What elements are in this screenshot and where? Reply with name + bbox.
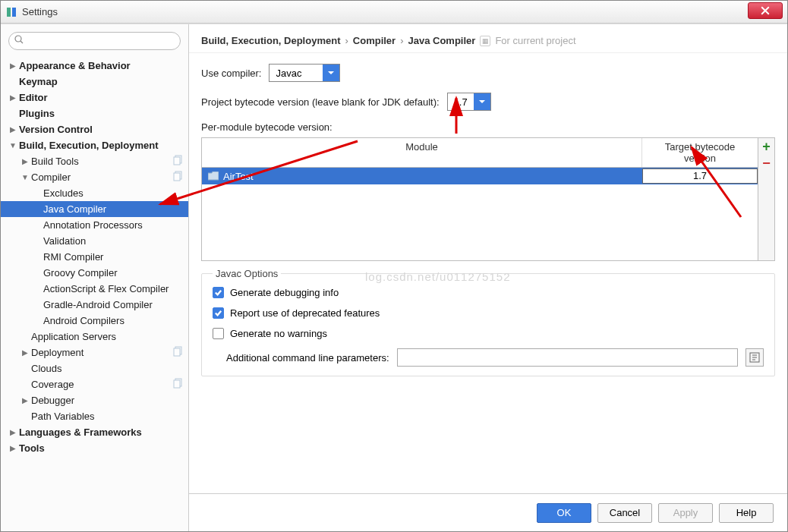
- sidebar-item-android-compilers[interactable]: Android Compilers: [1, 313, 188, 329]
- sidebar-item-actionscript-flex-compiler[interactable]: ActionScript & Flex Compiler: [1, 281, 188, 297]
- add-row-button[interactable]: +: [758, 138, 774, 155]
- sidebar-item-plugins[interactable]: Plugins: [1, 105, 188, 121]
- sidebar-item-version-control[interactable]: ▶Version Control: [1, 121, 188, 137]
- crumb-compiler[interactable]: Compiler: [353, 35, 396, 46]
- app-icon: [5, 6, 17, 18]
- sidebar-item-editor[interactable]: ▶Editor: [1, 90, 188, 105]
- project-scope-icon: ▦: [480, 36, 490, 46]
- label-deprecated: Report use of deprecated features: [230, 307, 380, 319]
- crumb-java-compiler[interactable]: Java Compiler: [408, 35, 476, 46]
- cancel-button[interactable]: Cancel: [597, 503, 652, 523]
- search-icon: [14, 35, 24, 46]
- svg-rect-1: [12, 8, 16, 17]
- chevron-down-icon: [474, 93, 490, 110]
- sidebar-item-build-tools[interactable]: ▶Build Tools: [1, 153, 188, 169]
- sidebar-item-label: Coverage: [31, 379, 173, 390]
- sidebar-item-label: Deployment: [31, 347, 173, 358]
- sidebar-item-tools[interactable]: ▶Tools: [1, 440, 188, 456]
- sidebar-item-label: Editor: [19, 92, 188, 103]
- expand-params-button[interactable]: [745, 348, 764, 367]
- sidebar-item-debugger[interactable]: ▶Debugger: [1, 392, 188, 408]
- sidebar-item-label: Groovy Compiler: [43, 267, 188, 279]
- tree-arrow-icon: ▶: [8, 61, 17, 70]
- close-button[interactable]: [748, 2, 783, 19]
- module-name: AirTest: [223, 171, 254, 182]
- remove-row-button[interactable]: −: [758, 155, 774, 172]
- javac-options-legend: Javac Options: [213, 268, 281, 279]
- sidebar-item-path-variables[interactable]: Path Variables: [1, 408, 188, 424]
- ok-button[interactable]: OK: [537, 503, 591, 523]
- main-panel: Build, Execution, Deployment › Compiler …: [189, 24, 787, 531]
- crumb-sep: ›: [345, 35, 348, 46]
- svg-rect-9: [174, 348, 180, 356]
- sidebar-item-label: Appearance & Behavior: [19, 60, 188, 71]
- svg-line-3: [20, 41, 23, 43]
- table-row[interactable]: AirTest 1.7: [202, 168, 758, 184]
- sidebar-item-label: Keymap: [19, 76, 188, 87]
- target-version-cell[interactable]: 1.7: [642, 168, 758, 184]
- search-input[interactable]: [8, 32, 181, 50]
- sidebar-item-groovy-compiler[interactable]: Groovy Compiler: [1, 265, 188, 281]
- sidebar-item-label: Version Control: [19, 124, 188, 135]
- additional-params-label: Additional command line parameters:: [226, 352, 389, 364]
- sidebar-item-excludes[interactable]: Excludes: [1, 185, 188, 201]
- svg-rect-7: [174, 173, 180, 181]
- crumb-sep: ›: [400, 35, 403, 46]
- tree-arrow-icon: ▶: [20, 157, 30, 165]
- help-button[interactable]: Help: [719, 503, 774, 523]
- sidebar-item-label: Gradle-Android Compiler: [43, 299, 188, 310]
- expand-icon: [749, 352, 760, 363]
- col-target[interactable]: Target bytecode version: [642, 138, 758, 167]
- col-module[interactable]: Module: [202, 138, 642, 167]
- bytecode-version-dropdown[interactable]: 1.7: [447, 93, 491, 111]
- dialog-footer: OK Cancel Apply Help: [189, 493, 787, 531]
- additional-params-input[interactable]: [397, 348, 738, 367]
- sidebar-item-label: Debugger: [31, 395, 188, 406]
- sidebar-item-rmi-compiler[interactable]: RMI Compiler: [1, 249, 188, 265]
- chevron-down-icon: [323, 65, 339, 81]
- use-compiler-label: Use compiler:: [201, 68, 261, 79]
- checkbox-no-warnings[interactable]: [213, 328, 224, 339]
- copy-icon: [173, 346, 188, 359]
- settings-tree[interactable]: ▶Appearance & BehaviorKeymap▶EditorPlugi…: [1, 55, 188, 531]
- sidebar-item-label: Languages & Frameworks: [19, 427, 188, 438]
- use-compiler-dropdown[interactable]: Javac: [269, 64, 340, 82]
- sidebar-item-validation[interactable]: Validation: [1, 233, 188, 249]
- checkbox-debug-info[interactable]: [213, 287, 224, 298]
- sidebar-item-java-compiler[interactable]: Java Compiler: [1, 201, 188, 217]
- tree-arrow-icon: ▶: [8, 428, 17, 436]
- sidebar-item-deployment[interactable]: ▶Deployment: [1, 345, 188, 360]
- sidebar-item-label: Android Compilers: [43, 315, 188, 326]
- tree-arrow-icon: ▶: [8, 93, 17, 102]
- settings-window: Settings ▶Appearance & BehaviorKeymap▶Ed…: [0, 0, 788, 532]
- sidebar-item-gradle-android-compiler[interactable]: Gradle-Android Compiler: [1, 297, 188, 313]
- sidebar-item-annotation-processors[interactable]: Annotation Processors: [1, 217, 188, 233]
- breadcrumb: Build, Execution, Deployment › Compiler …: [189, 24, 787, 53]
- bytecode-version-value: 1.7: [448, 96, 474, 108]
- sidebar-item-label: Application Servers: [31, 331, 188, 342]
- per-module-label: Per-module bytecode version:: [201, 121, 775, 133]
- sidebar-item-clouds[interactable]: Clouds: [1, 360, 188, 376]
- sidebar-item-appearance-behavior[interactable]: ▶Appearance & Behavior: [1, 58, 188, 74]
- sidebar-item-compiler[interactable]: ▼Compiler: [1, 169, 188, 185]
- sidebar-item-label: Excludes: [43, 187, 188, 199]
- use-compiler-value: Javac: [269, 68, 323, 79]
- sidebar-item-label: Compiler: [31, 172, 173, 183]
- svg-point-2: [15, 36, 21, 42]
- checkbox-deprecated[interactable]: [213, 307, 224, 319]
- sidebar-item-coverage[interactable]: Coverage: [1, 376, 188, 392]
- tree-arrow-icon: ▶: [8, 444, 17, 452]
- copy-icon: [173, 171, 188, 184]
- tree-arrow-icon: ▶: [20, 348, 30, 357]
- sidebar-item-label: Tools: [19, 442, 188, 454]
- sidebar-item-build-execution-deployment[interactable]: ▼Build, Execution, Deployment: [1, 137, 188, 153]
- copy-icon: [173, 155, 188, 168]
- bytecode-table: Module Target bytecode version AirTest 1: [201, 137, 775, 261]
- sidebar-item-keymap[interactable]: Keymap: [1, 74, 188, 90]
- crumb-build[interactable]: Build, Execution, Deployment: [201, 35, 340, 46]
- apply-button[interactable]: Apply: [658, 503, 713, 523]
- sidebar-item-application-servers[interactable]: Application Servers: [1, 329, 188, 345]
- titlebar: Settings: [1, 1, 787, 24]
- tree-arrow-icon: ▶: [20, 396, 30, 405]
- sidebar-item-languages-frameworks[interactable]: ▶Languages & Frameworks: [1, 424, 188, 440]
